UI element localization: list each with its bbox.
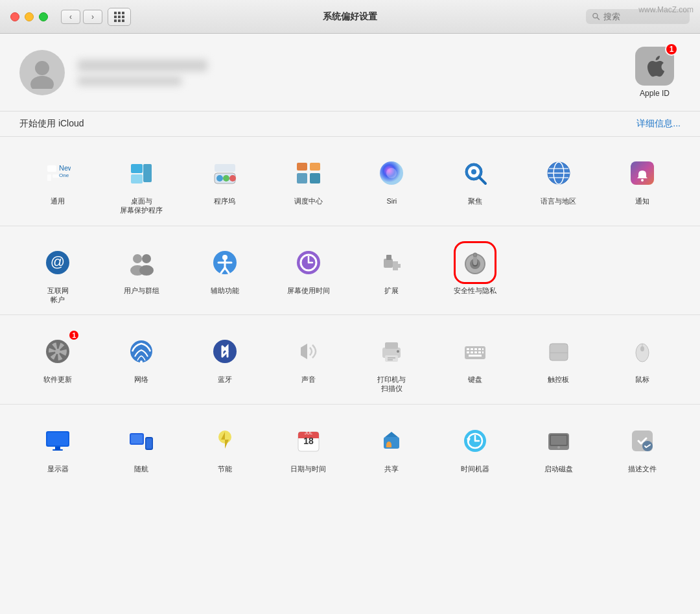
timemachine-icon-img	[456, 421, 495, 460]
icon-item-timemachine[interactable]: 时间机器	[434, 418, 517, 477]
icon-item-startup[interactable]: 启动磁盘	[517, 418, 601, 477]
forward-button[interactable]: ›	[83, 10, 102, 24]
mission-icon-img	[289, 154, 328, 193]
icon-item-desktop[interactable]: 桌面与 屏幕保护程序	[100, 150, 183, 219]
software-badge: 1	[68, 329, 80, 341]
mouse-icon-img	[623, 332, 662, 371]
bluetooth-icon-img	[205, 332, 244, 371]
svg-point-2	[35, 61, 49, 75]
grid-section-1: NewOne通用桌面与 屏幕保护程序程序坞调度中心Siri聚焦语言与地区通知	[0, 137, 700, 226]
internet-label: 互联网 帐户	[47, 286, 69, 305]
profile-section: 1 Apple ID	[0, 34, 700, 112]
icon-item-sound[interactable]: 声音	[266, 328, 350, 397]
display-label: 显示器	[47, 464, 69, 473]
internet-icon-img: @	[38, 243, 77, 282]
icon-item-dock[interactable]: 程序坞	[183, 150, 267, 219]
icon-item-printer[interactable]: 打印机与 扫描仪	[350, 328, 434, 397]
icon-item-energy[interactable]: 节能	[183, 418, 267, 477]
icon-item-trackpad[interactable]: 触控板	[517, 328, 601, 397]
svg-rect-78	[471, 351, 473, 353]
startup-label: 启动磁盘	[544, 464, 573, 473]
icon-item-siri[interactable]: Siri	[350, 150, 434, 219]
notification-label: 通知	[635, 196, 649, 206]
svg-line-1	[597, 18, 599, 19]
icon-item-spotlight[interactable]: 聚焦	[434, 150, 517, 219]
maximize-button[interactable]	[39, 12, 48, 21]
svg-point-112	[557, 446, 560, 449]
extensions-label: 扩展	[384, 286, 399, 295]
general-icon-img: NewOne	[38, 154, 77, 193]
svg-rect-72	[467, 348, 469, 350]
icloud-section: 开始使用 iCloud 详细信息...	[0, 112, 700, 137]
window-title: 系统偏好设置	[323, 11, 377, 23]
apps-grid-button[interactable]	[108, 8, 131, 26]
extensions-icon-img	[372, 243, 411, 282]
svg-line-25	[480, 178, 485, 183]
network-label: 网络	[134, 375, 148, 384]
close-button[interactable]	[10, 12, 19, 21]
svg-text:New: New	[59, 164, 71, 172]
icon-item-sharing[interactable]: 共享	[350, 418, 434, 477]
svg-rect-91	[52, 449, 63, 451]
grid-section-2: @互联网 帐户用户与群组辅助功能屏幕使用时间扩展安全性与隐私	[0, 226, 700, 315]
svg-text:@: @	[51, 254, 65, 270]
printer-icon-img	[372, 332, 411, 371]
avatar	[19, 50, 65, 95]
svg-point-0	[593, 14, 598, 18]
icon-item-profile[interactable]: 描述文件	[600, 418, 684, 477]
icon-item-extensions[interactable]: 扩展	[350, 239, 434, 309]
icon-item-internet[interactable]: @互联网 帐户	[16, 239, 100, 309]
icon-item-screentime[interactable]: 屏幕使用时间	[266, 239, 350, 309]
siri-icon-img	[372, 154, 411, 193]
icon-item-handoff[interactable]: 随航	[100, 418, 183, 477]
icon-item-keyboard[interactable]: 键盘	[434, 328, 517, 397]
icon-item-language[interactable]: 语言与地区	[517, 150, 601, 219]
icon-item-mission[interactable]: 调度中心	[266, 150, 350, 219]
svg-rect-81	[482, 351, 484, 353]
icons-grid-3: 1软件更新网络蓝牙声音打印机与 扫描仪键盘触控板鼠标	[10, 328, 690, 397]
svg-rect-66	[385, 342, 398, 349]
icon-item-notification[interactable]: 通知	[600, 150, 684, 219]
screentime-label: 屏幕使用时间	[287, 286, 330, 295]
icon-item-general[interactable]: NewOne通用	[16, 150, 100, 219]
svg-marker-64	[301, 344, 307, 359]
svg-point-62	[213, 340, 237, 363]
icon-item-users[interactable]: 用户与群组	[100, 239, 183, 309]
sharing-icon-img	[372, 421, 411, 460]
svg-point-26	[471, 169, 476, 174]
users-label: 用户与群组	[124, 286, 159, 295]
users-icon-img	[122, 243, 161, 282]
svg-rect-4	[47, 165, 56, 172]
icon-item-network[interactable]: 网络	[100, 328, 183, 397]
apple-id-section[interactable]: 1 Apple ID	[635, 47, 674, 98]
minimize-button[interactable]	[25, 12, 34, 21]
timemachine-label: 时间机器	[461, 464, 489, 473]
keyboard-label: 键盘	[468, 375, 482, 384]
security-label: 安全性与隐私	[454, 286, 496, 295]
icloud-detail-link[interactable]: 详细信息...	[636, 118, 681, 130]
svg-rect-69	[388, 359, 393, 360]
icon-item-datetime[interactable]: 18JUL日期与时间	[266, 418, 350, 477]
dock-icon-img	[205, 154, 244, 193]
icon-item-display[interactable]: 显示器	[16, 418, 100, 477]
icon-item-mouse[interactable]: 鼠标	[600, 328, 684, 397]
icon-item-bluetooth[interactable]: 蓝牙	[183, 328, 267, 397]
icon-item-accessibility[interactable]: 辅助功能	[183, 239, 267, 309]
svg-rect-18	[310, 163, 320, 171]
apple-id-label: Apple ID	[640, 89, 670, 98]
dock-label: 程序坞	[214, 196, 235, 206]
icon-item-software[interactable]: 1软件更新	[16, 328, 100, 397]
siri-label: Siri	[386, 196, 397, 206]
keyboard-icon-img	[456, 332, 495, 371]
desktop-icon-img	[122, 154, 161, 193]
svg-point-3	[30, 76, 54, 89]
display-icon-img	[38, 421, 77, 460]
icon-item-security[interactable]: 安全性与隐私	[434, 239, 517, 309]
back-button[interactable]: ‹	[61, 10, 80, 24]
search-icon	[592, 12, 600, 21]
svg-rect-80	[478, 351, 481, 353]
user-info	[78, 60, 635, 86]
handoff-icon-img	[122, 421, 161, 460]
svg-rect-16	[215, 164, 235, 172]
svg-rect-111	[551, 436, 566, 445]
